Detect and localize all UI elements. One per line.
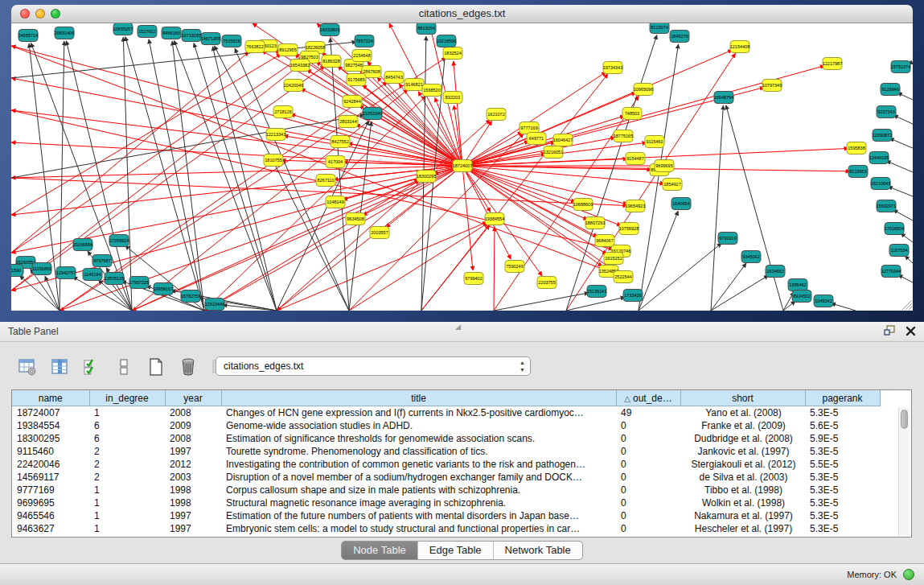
column-header-name[interactable]: name — [12, 390, 89, 406]
graph-node[interactable]: 8466160 — [162, 27, 181, 39]
graph-node[interactable]: 9129946 — [881, 84, 900, 96]
table-row[interactable]: 1938455462009Genome-wide association stu… — [12, 419, 880, 432]
graph-node[interactable]: 10655257 — [113, 23, 133, 35]
graph-node[interactable]: 9699695 — [655, 160, 674, 172]
graph-node[interactable]: 10756928 — [619, 223, 639, 235]
graph-node[interactable]: 12770344 — [881, 266, 901, 278]
graph-node[interactable]: 24055724 — [18, 30, 38, 42]
graph-node[interactable]: 10797349 — [762, 80, 782, 92]
graph-node[interactable]: 16210643 — [871, 178, 890, 190]
table-row[interactable]: 946554611997Estimation of the future num… — [12, 509, 880, 522]
table-scrollbar[interactable] — [898, 407, 910, 536]
graph-node[interactable]: 16033809 — [320, 24, 339, 36]
graph-node[interactable]: 10688609 — [573, 199, 593, 211]
graph-node[interactable]: 1615152 — [604, 253, 623, 265]
graph-node[interactable]: 18775165 — [614, 130, 633, 142]
graph-node[interactable]: 19734343 — [603, 62, 622, 74]
graph-node[interactable]: 1810755 — [264, 154, 283, 167]
graph-node[interactable]: 15136141 — [587, 286, 606, 298]
graph-node[interactable]: 1846276 — [670, 31, 689, 43]
graph-node[interactable]: 12093872 — [873, 130, 892, 142]
graph-node[interactable]: 2003557 — [370, 227, 389, 239]
tab-node-table[interactable]: Node Table — [342, 542, 417, 559]
graph-node[interactable]: 21053346 — [363, 108, 382, 120]
float-panel-icon[interactable] — [884, 325, 896, 340]
table-row[interactable]: 977716911998Corpus callosum shape and si… — [12, 484, 880, 496]
graph-node[interactable]: 19958167 — [154, 283, 173, 295]
graph-node[interactable]: 13505135 — [105, 273, 124, 285]
graph-node[interactable]: 8186328 — [322, 56, 341, 68]
graph-node[interactable]: 1621072 — [487, 109, 506, 121]
graph-node[interactable]: 8912955 — [278, 44, 298, 56]
graph-node[interactable]: 7857224 — [355, 35, 374, 47]
canvas-resize-grip[interactable] — [902, 300, 912, 310]
graph-node[interactable]: 13216051 — [544, 146, 563, 159]
clear-selection-icon[interactable] — [113, 356, 135, 378]
graph-node[interactable]: 15692971 — [877, 200, 896, 212]
column-header-title[interactable]: title — [221, 390, 616, 406]
table-row[interactable]: 2242004622012Investigating the contribut… — [12, 458, 880, 471]
graph-node[interactable]: 8123074 — [650, 23, 669, 34]
graph-node[interactable]: 17359924 — [109, 235, 129, 247]
graph-node[interactable]: 1527602 — [138, 26, 157, 38]
graph-node[interactable]: 12217987 — [823, 58, 842, 70]
graph-node[interactable]: 9227343 — [877, 106, 896, 118]
network-window-titlebar[interactable]: citations_edges.txt — [11, 5, 913, 23]
graph-node[interactable]: 649771 — [527, 133, 546, 145]
show-columns-icon[interactable] — [48, 356, 71, 378]
graph-node[interactable]: 9345062 — [741, 251, 761, 263]
table-row[interactable]: 1456911722003Disruption of a novel membe… — [12, 471, 880, 484]
graph-node[interactable]: 1604662 — [766, 266, 785, 278]
graph-node[interactable]: 7663822 — [245, 41, 265, 53]
graph-node[interactable]: 417004 — [326, 156, 345, 168]
graph-node[interactable]: 9146821 — [405, 79, 424, 91]
graph-node[interactable]: 17016504 — [885, 223, 904, 235]
graph-node[interactable]: 9242844 — [343, 96, 362, 108]
tab-network-table[interactable]: Network Table — [493, 542, 582, 559]
table-select-dropdown[interactable]: citations_edges.txt ▲▼ — [216, 356, 531, 376]
graph-node[interactable]: 1568520 — [422, 84, 441, 97]
graph-node[interactable]: 16543382 — [290, 60, 310, 72]
graph-node[interactable]: 2718126 — [273, 106, 293, 118]
graph-node[interactable]: 8924502 — [792, 290, 811, 303]
table-row[interactable]: 946362711997Embryonic stem cells: a mode… — [12, 522, 880, 535]
graph-node[interactable]: 19384554 — [485, 213, 504, 225]
graph-node[interactable]: 9797587 — [92, 255, 112, 267]
table-row[interactable]: 911546021997Tourette syndrome. Phenomeno… — [12, 445, 880, 458]
graph-node[interactable]: 16648794 — [714, 92, 733, 104]
graph-node[interactable]: 2522544 — [614, 271, 633, 283]
graph-node[interactable]: 12154408 — [730, 41, 749, 53]
graph-node[interactable]: 1048149 — [326, 196, 345, 208]
graph-node[interactable]: 12444195 — [869, 152, 889, 164]
graph-node[interactable]: 12213343 — [266, 129, 285, 141]
graph-node[interactable]: 1167534 — [889, 245, 909, 257]
network-view[interactable]: 1872400786601238912955182260589827503165… — [11, 23, 913, 311]
graph-node[interactable]: 20206556 — [73, 239, 92, 251]
close-panel-icon[interactable] — [906, 325, 916, 340]
graph-node[interactable]: 7590249 — [505, 261, 524, 273]
graph-node[interactable]: 832203 — [443, 92, 462, 104]
graph-node[interactable]: 1640954 — [671, 198, 691, 210]
graph-node[interactable]: 9634508 — [346, 213, 365, 225]
graph-node[interactable]: 19654923 — [626, 200, 645, 212]
graph-node[interactable]: 18724007 — [453, 160, 472, 172]
graph-node[interactable]: 9799402 — [464, 273, 483, 285]
graph-node[interactable]: 6791919 — [718, 233, 737, 245]
graph-node[interactable]: 12923446 — [205, 299, 224, 311]
graph-node[interactable]: 18300295 — [417, 171, 436, 183]
graph-node[interactable]: 748503 — [622, 108, 642, 120]
graph-node[interactable]: 17957225 — [129, 277, 149, 289]
graph-node[interactable]: 7515526 — [222, 35, 241, 47]
graph-node[interactable]: 12942757 — [56, 267, 76, 279]
graph-node[interactable]: 11156869 — [32, 263, 51, 275]
graph-node[interactable]: 1395462 — [788, 279, 807, 291]
column-header-out_de[interactable]: △out_de… — [616, 390, 680, 406]
tab-edge-table[interactable]: Edge Table — [417, 542, 493, 559]
column-header-in_degree[interactable]: in_degree — [89, 390, 165, 406]
graph-node[interactable]: 1854927 — [663, 179, 682, 191]
memory-status-indicator[interactable] — [903, 569, 914, 580]
graph-node[interactable]: 1733426 — [623, 290, 643, 302]
graph-node[interactable]: 10965096 — [634, 84, 653, 96]
graph-node[interactable]: 18807293 — [585, 217, 605, 229]
graph-node[interactable]: 20691406 — [55, 27, 74, 39]
